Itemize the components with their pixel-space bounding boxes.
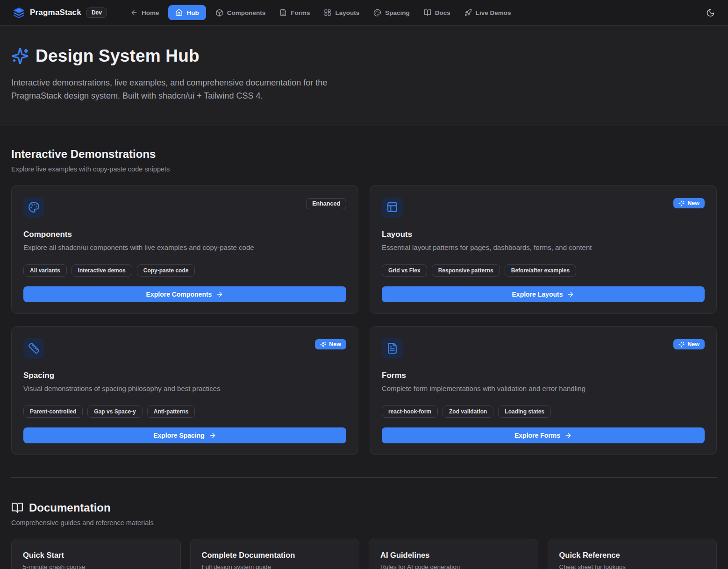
tag-row: react-hook-form Zod validation Loading s… [382, 405, 705, 418]
nav-label-spacing: Spacing [385, 9, 410, 16]
doc-card-description: Full design system guide [202, 563, 348, 569]
nav-item-docs[interactable]: Docs [419, 5, 455, 20]
demo-card-description: Complete form implementations with valid… [382, 384, 705, 392]
house-icon [175, 9, 183, 16]
tag: Before/after examples [505, 264, 576, 277]
file-text-icon [382, 338, 403, 359]
demo-card-description: Explore all shadcn/ui components with li… [23, 243, 346, 251]
nav-item-forms[interactable]: Forms [275, 5, 314, 20]
main-content: Interactive Demonstrations Explore live … [0, 126, 728, 569]
doc-card-quick-start[interactable]: Quick Start 5-minute crash course [11, 539, 181, 569]
demos-section: Interactive Demonstrations Explore live … [11, 126, 717, 455]
demos-heading: Interactive Demonstrations [11, 148, 717, 161]
file-text-icon [279, 9, 287, 16]
demo-card-forms: New Forms Complete form implementations … [370, 326, 717, 455]
brand[interactable]: PragmaStack Dev [13, 7, 107, 19]
doc-card-title: Quick Reference [559, 551, 706, 560]
arrow-right-icon [216, 291, 223, 298]
nav-label-live-demos: Live Demos [476, 9, 511, 16]
demo-card-title: Forms [382, 371, 705, 380]
panels-top-left-icon [382, 197, 403, 218]
nav-item-home[interactable]: Home [126, 5, 164, 20]
moon-icon [706, 8, 715, 17]
tag: Grid vs Flex [382, 264, 427, 277]
nav-label-hub: Hub [186, 9, 199, 16]
page-title: Design System Hub [36, 46, 200, 66]
demos-subheading: Explore live examples with copy-paste co… [11, 165, 717, 173]
demo-card-layouts: New Layouts Essential layout patterns fo… [370, 185, 717, 314]
enhanced-badge: Enhanced [306, 198, 346, 209]
tag: All variants [23, 264, 67, 277]
explore-components-button[interactable]: Explore Components [23, 286, 346, 302]
arrow-right-icon [209, 432, 216, 439]
nav-item-live-demos[interactable]: Live Demos [460, 5, 516, 20]
doc-card-title: Complete Documentation [202, 551, 348, 560]
new-badge: New [315, 339, 346, 349]
tag: Anti-patterns [147, 405, 195, 418]
new-badge: New [673, 198, 705, 208]
arrow-left-icon [130, 9, 138, 16]
new-badge-label: New [329, 341, 341, 348]
demo-card-spacing: New Spacing Visual demonstrations of spa… [11, 326, 358, 455]
nav-label-forms: Forms [291, 9, 310, 16]
tag: Loading states [498, 405, 551, 418]
navbar: PragmaStack Dev Home Hub Components Fo [0, 0, 728, 26]
demo-card-description: Visual demonstrations of spacing philoso… [23, 384, 346, 392]
book-open-icon [424, 9, 431, 16]
nav-label-layouts: Layouts [335, 9, 359, 16]
explore-forms-button[interactable]: Explore Forms [382, 427, 705, 443]
nav-item-hub[interactable]: Hub [168, 5, 206, 20]
demo-card-components: Enhanced Components Explore all shadcn/u… [11, 185, 358, 314]
tag-row: All variants Interactive demos Copy-past… [23, 264, 346, 277]
hero-section: Design System Hub Interactive demonstrat… [0, 26, 728, 126]
book-open-icon [11, 502, 23, 514]
sparkles-icon [678, 341, 685, 348]
explore-spacing-label: Explore Spacing [153, 432, 205, 439]
explore-layouts-button[interactable]: Explore Layouts [382, 286, 705, 302]
sparkles-icon [678, 200, 685, 206]
theme-toggle-button[interactable] [706, 8, 715, 17]
demo-card-description: Essential layout patterns for pages, das… [382, 243, 705, 251]
tag-row: Grid vs Flex Responsive patterns Before/… [382, 264, 705, 277]
docs-heading: Documentation [29, 501, 111, 514]
tag: react-hook-form [382, 405, 438, 418]
hero-description: Interactive demonstrations, live example… [11, 76, 366, 102]
nav-item-components[interactable]: Components [211, 5, 271, 21]
tag: Parent-controlled [23, 405, 83, 418]
doc-card-complete-documentation[interactable]: Complete Documentation Full design syste… [190, 539, 360, 569]
demo-card-grid: Enhanced Components Explore all shadcn/u… [11, 185, 717, 455]
explore-spacing-button[interactable]: Explore Spacing [23, 427, 346, 443]
doc-card-title: AI Guidelines [380, 551, 527, 560]
doc-card-description: Rules for AI code generation [380, 563, 527, 569]
doc-card-ai-guidelines[interactable]: AI Guidelines Rules for AI code generati… [369, 539, 538, 569]
doc-card-title: Quick Start [23, 551, 169, 560]
layers-logo-icon [13, 7, 25, 19]
nav-label-home: Home [142, 9, 159, 16]
nav-item-spacing[interactable]: Spacing [369, 5, 414, 21]
documentation-section: Documentation Comprehensive guides and r… [11, 478, 717, 569]
explore-forms-label: Explore Forms [514, 432, 560, 439]
palette-icon [23, 197, 44, 218]
sparkles-icon [320, 341, 326, 348]
nav-item-layouts[interactable]: Layouts [319, 5, 364, 20]
brand-name: PragmaStack [30, 8, 81, 17]
tag: Gap vs Space-y [87, 405, 142, 418]
explore-components-label: Explore Components [146, 291, 212, 298]
doc-card-quick-reference[interactable]: Quick Reference Cheat sheet for lookups [548, 539, 717, 569]
arrow-right-icon [567, 291, 574, 298]
tag: Zod validation [443, 405, 493, 418]
new-badge-label: New [687, 200, 699, 206]
doc-card-description: 5-minute crash course [23, 563, 169, 569]
tag: Responsive patterns [432, 264, 500, 277]
nav-label-docs: Docs [435, 9, 450, 16]
explore-layouts-label: Explore Layouts [512, 291, 563, 298]
doc-card-description: Cheat sheet for lookups [559, 563, 706, 569]
demo-card-title: Layouts [382, 230, 705, 239]
dev-badge: Dev [86, 7, 107, 18]
rocket-icon [464, 9, 472, 16]
main-nav: Home Hub Components Forms Layouts [126, 5, 687, 21]
ruler-icon [23, 338, 44, 359]
palette-icon [373, 9, 381, 17]
sparkles-icon [11, 47, 29, 65]
new-badge-label: New [687, 341, 699, 348]
